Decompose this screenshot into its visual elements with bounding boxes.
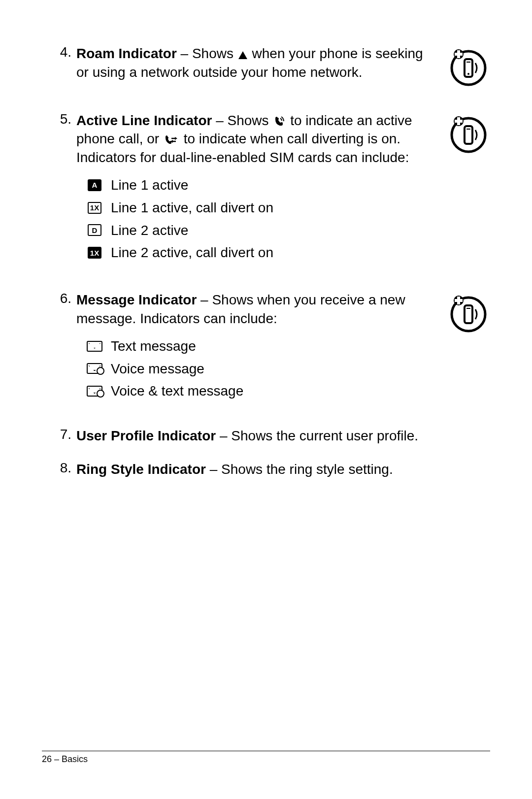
list-item-8: 8. Ring Style Indicator – Shows the ring… — [52, 460, 490, 479]
phone-badge-icon — [447, 291, 490, 334]
list-item-6: 6. Message Indicator – Shows when you re… — [52, 291, 490, 404]
sub-item: A Line 1 active — [86, 176, 431, 195]
sub-list: A Line 1 active 1X Line 1 active, call d… — [86, 176, 431, 262]
page-footer: 26 – Basics — [42, 751, 490, 765]
item-number: 4. — [52, 44, 76, 82]
sub-item: Voice message — [86, 360, 431, 378]
item-title: User Profile Indicator — [76, 428, 216, 443]
item-body: Message Indicator – Shows when you recei… — [76, 291, 490, 404]
item-title: Message Indicator — [76, 292, 197, 307]
item-title: Roam Indicator — [76, 46, 177, 61]
item-title: Ring Style Indicator — [76, 462, 206, 477]
voice-text-message-icon — [86, 384, 103, 398]
sub-label: Voice & text message — [111, 382, 243, 400]
item-body: Roam Indicator – Shows when your phone i… — [76, 44, 490, 82]
item-number: 7. — [52, 427, 76, 445]
sub-item: Text message — [86, 337, 431, 356]
item-number: 6. — [52, 291, 76, 404]
line2-active-icon: D — [86, 223, 103, 237]
sub-item: D Line 2 active — [86, 221, 431, 240]
voice-message-icon — [86, 362, 103, 375]
sub-label: Line 1 active, call divert on — [111, 199, 273, 217]
sub-label: Line 1 active — [111, 176, 188, 195]
sub-item: 1X Line 2 active, call divert on — [86, 243, 431, 262]
sub-item: Voice & text message — [86, 382, 431, 400]
handset-divert-icon — [164, 132, 179, 142]
sub-label: Line 2 active, call divert on — [111, 243, 273, 262]
phone-badge-icon — [447, 111, 490, 155]
item-body: Ring Style Indicator – Shows the ring st… — [76, 460, 490, 479]
line2-divert-icon: 1X — [86, 246, 103, 260]
line1-active-icon: A — [86, 178, 103, 192]
item-body: User Profile Indicator – Shows the curre… — [76, 427, 490, 445]
item-body: Active Line Indicator – Shows to indicat… — [76, 111, 490, 266]
list-item-7: 7. User Profile Indicator – Shows the cu… — [52, 427, 490, 445]
sub-label: Line 2 active — [111, 221, 188, 240]
text-message-icon — [86, 339, 103, 353]
svg-rect-12 — [455, 120, 463, 123]
sub-list: Text message Voice message Voice & text … — [86, 337, 431, 400]
svg-rect-6 — [455, 53, 463, 56]
list-item-4: 4. Roam Indicator – Shows when your phon… — [52, 44, 490, 82]
handset-active-icon — [273, 113, 285, 125]
svg-rect-18 — [455, 299, 463, 302]
sub-label: Text message — [111, 337, 196, 356]
sub-item: 1X Line 1 active, call divert on — [86, 199, 431, 217]
list-item-5: 5. Active Line Indicator – Shows to indi… — [52, 111, 490, 266]
footer-text: 26 – Basics — [42, 754, 88, 764]
page-content: 4. Roam Indicator – Shows when your phon… — [0, 0, 532, 479]
phone-badge-icon — [447, 44, 490, 88]
item-number: 8. — [52, 460, 76, 479]
item-number: 5. — [52, 111, 76, 266]
line1-divert-icon: 1X — [86, 201, 103, 215]
sub-label: Voice message — [111, 360, 204, 378]
triangle-icon — [238, 51, 247, 59]
item-title: Active Line Indicator — [76, 113, 212, 128]
